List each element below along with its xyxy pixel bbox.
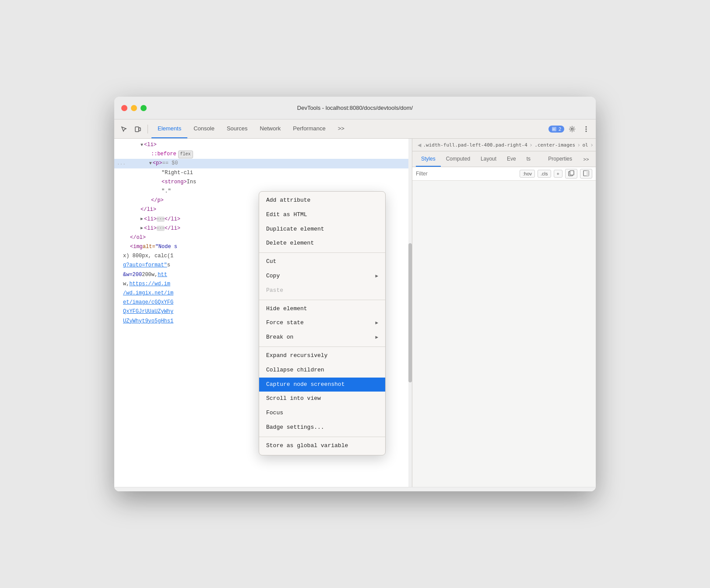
breadcrumb-item[interactable]: .width-full.pad-left-400.pad-right-4	[423, 142, 527, 148]
traffic-lights	[121, 105, 147, 111]
context-menu-separator	[259, 437, 385, 437]
panel-tab-layout[interactable]: Layout	[475, 151, 502, 167]
flex-badge: flex	[178, 150, 193, 158]
copy-styles-button[interactable]	[565, 169, 577, 178]
svg-rect-1	[139, 128, 141, 131]
cm-cut[interactable]: Cut	[259, 255, 385, 269]
cm-copy[interactable]: Copy ▶	[259, 269, 385, 284]
svg-rect-11	[587, 171, 589, 176]
context-menu-separator	[259, 252, 385, 253]
tab-sources[interactable]: Sources	[221, 119, 254, 138]
tab-console[interactable]: Console	[187, 119, 221, 138]
breadcrumb-item[interactable]: .center-images	[534, 142, 575, 148]
tab-performance[interactable]: Performance	[287, 119, 331, 138]
cm-collapse-children[interactable]: Collapse children	[259, 363, 385, 378]
svg-rect-0	[135, 127, 139, 132]
panel-tab-more[interactable]: ts	[521, 151, 536, 167]
toolbar-right: ✉ 2	[548, 123, 592, 135]
cls-button[interactable]: .cls	[538, 170, 551, 178]
svg-point-6	[586, 128, 587, 130]
panel-tab-event-listeners[interactable]: Eve	[502, 151, 521, 167]
cm-expand-recursively[interactable]: Expand recursively	[259, 349, 385, 363]
more-options-icon[interactable]	[580, 123, 592, 135]
panel-tab-properties[interactable]: Properties	[543, 156, 577, 163]
scrollbar-track[interactable]	[408, 139, 412, 487]
svg-point-7	[586, 130, 587, 132]
dom-line[interactable]: ::before flex	[114, 150, 412, 159]
svg-text:✉: ✉	[552, 128, 555, 131]
device-toggle-icon[interactable]	[132, 123, 144, 135]
panel-tabs-right: Properties >>	[543, 153, 592, 165]
scrollbar-thumb[interactable]	[408, 243, 412, 382]
cm-hide-element[interactable]: Hide element	[259, 302, 385, 316]
breadcrumb-item[interactable]: ol	[582, 142, 588, 148]
titlebar: DevTools - localhost:8080/docs/devtools/…	[114, 97, 596, 119]
filter-actions: :hov .cls +	[520, 169, 592, 178]
cm-store-global-variable[interactable]: Store as global variable	[259, 439, 385, 453]
right-panel: ◀ .width-full.pad-left-400.pad-right-4 ›…	[412, 139, 596, 487]
svg-point-4	[571, 128, 573, 130]
svg-point-5	[586, 126, 587, 127]
dom-line[interactable]: "Right-cli	[114, 168, 412, 178]
cm-badge-settings[interactable]: Badge settings...	[259, 420, 385, 435]
submenu-arrow: ▶	[375, 273, 378, 280]
toolbar: Elements Console Sources Network Perform…	[114, 119, 596, 139]
context-menu-separator	[259, 346, 385, 347]
cm-edit-html[interactable]: Edit as HTML	[259, 208, 385, 222]
elements-panel: ▼ <li> ::before flex ... ▼ <p> == $0	[114, 139, 596, 487]
collapse-arrow[interactable]: ▼	[141, 142, 143, 149]
cm-break-on[interactable]: Break on ▶	[259, 330, 385, 345]
panel-tab-computed[interactable]: Computed	[441, 151, 475, 167]
context-menu: Add attribute Edit as HTML Duplicate ele…	[259, 191, 386, 455]
dom-line[interactable]: <strong>Ins	[114, 178, 412, 187]
panel-tab-styles[interactable]: Styles	[416, 151, 441, 167]
toolbar-tabs: Elements Console Sources Network Perform…	[151, 119, 547, 138]
svg-rect-9	[570, 171, 574, 175]
cm-paste: Paste	[259, 284, 385, 298]
cm-add-attribute[interactable]: Add attribute	[259, 193, 385, 208]
inspect-icon[interactable]	[118, 123, 130, 135]
filter-bar: :hov .cls +	[412, 167, 596, 181]
dom-line[interactable]: ▼ <li>	[114, 140, 412, 150]
submenu-arrow: ▶	[375, 319, 378, 327]
filter-input[interactable]	[416, 171, 516, 177]
collapse-arrow[interactable]: ▶	[141, 216, 143, 223]
context-menu-separator	[259, 300, 385, 300]
tab-network[interactable]: Network	[254, 119, 287, 138]
tab-more[interactable]: >>	[332, 119, 351, 138]
cm-duplicate-element[interactable]: Duplicate element	[259, 222, 385, 237]
cm-force-state[interactable]: Force state ▶	[259, 316, 385, 330]
cm-scroll-into-view[interactable]: Scroll into view	[259, 392, 385, 406]
collapse-arrow[interactable]: ▼	[149, 160, 152, 167]
cm-delete-element[interactable]: Delete element	[259, 236, 385, 251]
panel-tabs: Styles Computed Layout Eve ts Properties…	[412, 151, 596, 167]
breadcrumb-item[interactable]: li	[595, 142, 596, 148]
submenu-arrow: ▶	[375, 334, 378, 342]
cm-capture-screenshot[interactable]: Capture node screenshot	[259, 378, 385, 392]
breadcrumb: ◀ .width-full.pad-left-400.pad-right-4 ›…	[412, 139, 596, 151]
minimize-button[interactable]	[131, 105, 137, 111]
toggle-sidebar-button[interactable]	[580, 169, 592, 178]
devtools-panel: Elements Console Sources Network Perform…	[114, 119, 596, 491]
collapse-arrow[interactable]: ▶	[141, 225, 143, 232]
settings-icon[interactable]	[566, 123, 578, 135]
toolbar-separator	[148, 125, 148, 133]
horizontal-scrollbar[interactable]	[114, 487, 596, 491]
close-button[interactable]	[121, 105, 127, 111]
window-title: DevTools - localhost:8080/docs/devtools/…	[297, 105, 413, 111]
notification-badge[interactable]: ✉ 2	[548, 126, 564, 133]
dom-tree[interactable]: ▼ <li> ::before flex ... ▼ <p> == $0	[114, 139, 412, 487]
add-style-button[interactable]: +	[554, 170, 562, 178]
hov-button[interactable]: :hov	[520, 170, 535, 178]
devtools-window: DevTools - localhost:8080/docs/devtools/…	[114, 97, 596, 491]
dom-line-selected[interactable]: ... ▼ <p> == $0	[114, 159, 412, 168]
tab-elements[interactable]: Elements	[151, 119, 187, 138]
panel-more-icon[interactable]: >>	[580, 153, 592, 165]
breadcrumb-back-arrow[interactable]: ◀	[418, 141, 421, 148]
maximize-button[interactable]	[141, 105, 147, 111]
cm-focus[interactable]: Focus	[259, 406, 385, 420]
